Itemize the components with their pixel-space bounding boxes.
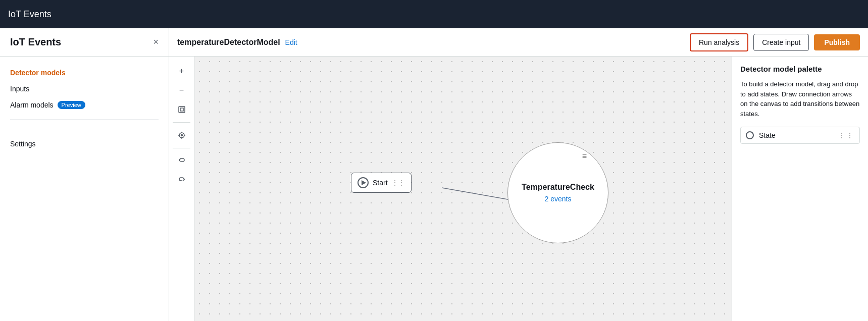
- zoom-out-button[interactable]: −: [173, 82, 190, 99]
- sidebar-item-settings[interactable]: Settings: [10, 136, 159, 152]
- nav-section: Detector models Inputs Alarm models Prev…: [0, 57, 169, 113]
- sidebar-close-button[interactable]: ×: [153, 37, 159, 47]
- start-node[interactable]: Start ⋮⋮: [351, 173, 412, 193]
- svg-rect-1: [180, 108, 183, 111]
- palette-state-label: State: [759, 131, 833, 139]
- canvas-area: + −: [169, 57, 868, 321]
- sidebar-item-inputs[interactable]: Inputs: [10, 81, 159, 97]
- main-layout: IoT Events × Detector models Inputs Alar…: [0, 28, 868, 321]
- undo-button[interactable]: [173, 152, 190, 170]
- nav-settings-section: Settings: [0, 126, 169, 152]
- sidebar-item-alarm-models[interactable]: Alarm models Preview: [10, 97, 159, 113]
- start-icon: [358, 177, 369, 188]
- palette-state-item[interactable]: State ⋮⋮: [740, 127, 860, 144]
- nav-divider: [10, 119, 159, 120]
- toolbar: + −: [169, 57, 194, 321]
- content-header: temperatureDetectorModel Edit Run analys…: [169, 28, 868, 57]
- toolbar-divider: [173, 122, 190, 123]
- sidebar-header: IoT Events ×: [0, 36, 169, 57]
- header-buttons: Run analysis Create input Publish: [690, 33, 860, 51]
- svg-point-3: [181, 135, 182, 136]
- run-analysis-button[interactable]: Run analysis: [690, 33, 748, 51]
- fit-button[interactable]: [173, 101, 190, 118]
- start-node-label: Start: [373, 179, 388, 187]
- connection-arrow: [194, 57, 732, 321]
- state-node-events[interactable]: 2 events: [545, 195, 572, 203]
- sidebar-item-detector-models[interactable]: Detector models: [10, 65, 159, 81]
- edit-link[interactable]: Edit: [285, 38, 297, 46]
- panel-description: To build a detector model, drag and drop…: [740, 79, 860, 119]
- top-bar: IoT Events: [0, 0, 868, 28]
- right-panel: Detector model palette To build a detect…: [732, 57, 868, 321]
- model-name: temperatureDetectorModel: [177, 38, 280, 47]
- content: temperatureDetectorModel Edit Run analys…: [169, 28, 868, 321]
- create-input-button[interactable]: Create input: [753, 34, 809, 51]
- state-node-menu-icon[interactable]: ≡: [582, 152, 588, 161]
- start-node-handle: ⋮⋮: [392, 179, 405, 186]
- target-button[interactable]: [173, 127, 190, 144]
- svg-rect-0: [179, 106, 185, 113]
- model-name-section: temperatureDetectorModel Edit: [177, 38, 297, 47]
- state-node-name: TemperatureCheck: [522, 183, 594, 192]
- palette-state-handle-icon: ⋮⋮: [838, 131, 854, 139]
- state-node[interactable]: ≡ TemperatureCheck 2 events: [507, 142, 608, 243]
- publish-button[interactable]: Publish: [814, 34, 860, 50]
- canvas[interactable]: Start ⋮⋮ ≡ TemperatureCheck 2 events: [194, 57, 732, 321]
- panel-title: Detector model palette: [740, 65, 860, 73]
- preview-badge: Preview: [58, 101, 85, 109]
- redo-button[interactable]: [173, 172, 190, 189]
- palette-state-radio-icon: [746, 131, 754, 139]
- sidebar: IoT Events × Detector models Inputs Alar…: [0, 28, 169, 321]
- sidebar-app-title: IoT Events: [10, 36, 61, 48]
- toolbar-divider-2: [173, 148, 190, 148]
- zoom-in-button[interactable]: +: [173, 63, 190, 80]
- app-title-topbar: IoT Events: [8, 9, 52, 20]
